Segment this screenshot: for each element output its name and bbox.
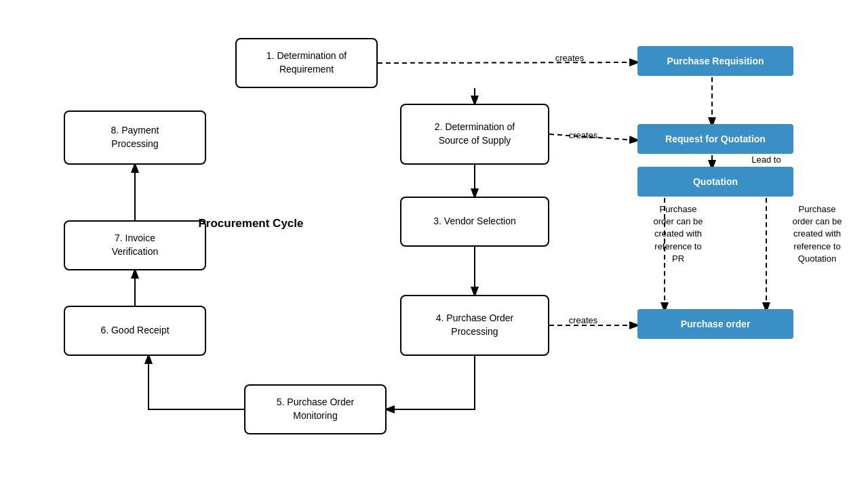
creates-label-1: creates bbox=[542, 53, 597, 63]
creates-label-3: creates bbox=[556, 315, 610, 325]
box-determination-req: 1. Determination of Requirement bbox=[235, 38, 378, 88]
box-determination-source-label: 2. Determination ofSource of Supply bbox=[435, 121, 515, 147]
box-good-receipt-label: 6. Good Receipt bbox=[100, 324, 169, 338]
box-purchase-order-proc: 4. Purchase OrderProcessing bbox=[400, 295, 549, 356]
box-vendor-selection: 3. Vendor Selection bbox=[400, 197, 549, 247]
box-quotation-label: Quotation bbox=[693, 176, 738, 187]
lead-to-label: Lead to bbox=[739, 155, 793, 165]
pr-reference-text: Purchaseorder can becreated withreferenc… bbox=[644, 203, 712, 265]
box-purchase-requisition-label: Purchase Requisition bbox=[667, 56, 764, 66]
box-purchase-order: Purchase order bbox=[637, 309, 793, 339]
creates-label-2: creates bbox=[556, 130, 610, 140]
box-purchase-order-label: Purchase order bbox=[681, 319, 751, 329]
box-good-receipt: 6. Good Receipt bbox=[64, 306, 206, 356]
box-request-for-quotation: Request for Quotation bbox=[637, 124, 793, 154]
box-request-for-quotation-label: Request for Quotation bbox=[665, 134, 766, 144]
box-purchase-order-proc-label: 4. Purchase OrderProcessing bbox=[436, 312, 513, 338]
box-vendor-selection-label: 3. Vendor Selection bbox=[433, 215, 515, 228]
box-purchase-order-mon-label: 5. Purchase OrderMonitoring bbox=[277, 396, 354, 422]
box-payment-processing: 8. PaymentProcessing bbox=[64, 110, 206, 165]
box-purchase-order-mon: 5. Purchase OrderMonitoring bbox=[244, 384, 387, 434]
procurement-cycle-label: Procurement Cycle bbox=[183, 217, 319, 230]
box-determination-source: 2. Determination ofSource of Supply bbox=[400, 104, 549, 165]
box-quotation: Quotation bbox=[637, 167, 793, 197]
box-invoice-verification-label: 7. InvoiceVerification bbox=[112, 232, 158, 258]
quotation-reference-text: Purchaseorder can becreated withreferenc… bbox=[780, 203, 854, 265]
box-purchase-requisition: Purchase Requisition bbox=[637, 46, 793, 76]
box-determination-req-label: 1. Determination of Requirement bbox=[243, 49, 370, 76]
svg-line-5 bbox=[378, 62, 637, 63]
box-payment-processing-label: 8. PaymentProcessing bbox=[111, 124, 159, 150]
